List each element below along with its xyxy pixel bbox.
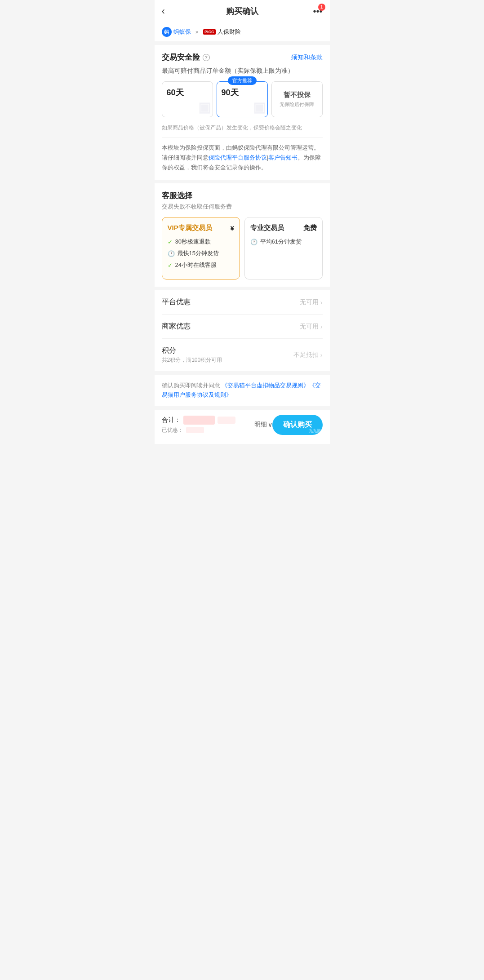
more-button[interactable]: ••• 1 bbox=[313, 6, 322, 17]
insurance-body: 本模块为保险投保页面，由蚂蚁保险代理有限公司管理运营。请仔细阅读并同意保险代理平… bbox=[162, 143, 323, 173]
points-row[interactable]: 积分 共2积分，满100积分可用 不足抵扣 › bbox=[162, 339, 323, 371]
watermark-60: ▣ bbox=[198, 99, 211, 115]
insurance-subtitle: 最高可赔付商品订单金额（实际保额上限为准） bbox=[162, 67, 323, 75]
detail-chevron-icon: ∨ bbox=[268, 421, 272, 428]
page-title: 购买确认 bbox=[226, 6, 258, 17]
platform-promo-row[interactable]: 平台优惠 无可用 › bbox=[162, 290, 323, 315]
discount-amount bbox=[186, 427, 204, 433]
service-section: 客服选择 交易失败不收取任何服务费 VIP专属交易员 ¥ ✓ 30秒极速退款 🕐… bbox=[155, 183, 330, 287]
terms-link[interactable]: 须知和条款 bbox=[291, 53, 323, 62]
vip-feature-text-1: 30秒极速退款 bbox=[175, 238, 211, 246]
total-amount bbox=[183, 416, 215, 425]
insurance-option-none[interactable]: 暂不投保 无保险赔付保障 bbox=[271, 81, 323, 117]
platform-promo-value: 无可用 bbox=[300, 298, 319, 306]
insurance-days-60: 60天 bbox=[167, 87, 208, 98]
ant-insurance-brand: 蚂 蚂蚁保 bbox=[162, 27, 191, 37]
divider-1 bbox=[162, 137, 323, 137]
terms-link-1[interactable]: 《交易猫平台虚拟物品交易规则》 bbox=[222, 382, 309, 389]
confirm-label: 确认购买 bbox=[283, 421, 312, 428]
watermark-90: ▣ bbox=[253, 99, 266, 115]
total-label: 合计： bbox=[162, 416, 181, 424]
vip-service-card[interactable]: VIP专属交易员 ¥ ✓ 30秒极速退款 🕐 最快15分钟发货 ✓ 24小时在线… bbox=[162, 217, 240, 279]
insurance-header: 交易安全险 ? 须知和条款 bbox=[162, 52, 323, 62]
normal-feature-1: 🕐 平均61分钟发货 bbox=[250, 238, 317, 246]
check-icon-2: ✓ bbox=[168, 262, 173, 269]
vip-feature-text-2: 最快15分钟发货 bbox=[178, 249, 219, 257]
recommended-badge: 官方推荐 bbox=[228, 76, 257, 85]
vip-card-header: VIP专属交易员 ¥ bbox=[168, 224, 234, 232]
discount-row: 已优惠： bbox=[162, 426, 254, 434]
normal-feature-text-1: 平均61分钟发货 bbox=[260, 238, 302, 246]
terms-section: 确认购买即阅读并同意 《交易猫平台虚拟物品交易规则》《交易猫用户服务协议及规则》 bbox=[155, 375, 330, 406]
merchant-promo-label: 商家优惠 bbox=[162, 322, 191, 331]
merchant-promo-value: 无可用 bbox=[300, 323, 319, 331]
promotions-section: 平台优惠 无可用 › 商家优惠 无可用 › 积分 共2积分，满100积分可用 不… bbox=[155, 290, 330, 371]
vip-title: VIP专属交易员 bbox=[168, 224, 212, 232]
insurance-section: 交易安全险 ? 须知和条款 最高可赔付商品订单金额（实际保额上限为准） 60天 … bbox=[155, 45, 330, 180]
normal-card-header: 专业交易员 免费 bbox=[250, 224, 317, 232]
vip-feature-3: ✓ 24小时在线客服 bbox=[168, 261, 234, 269]
back-button[interactable]: ‹ bbox=[162, 5, 176, 17]
notification-badge: 1 bbox=[318, 4, 325, 11]
points-chevron-icon: › bbox=[320, 351, 323, 359]
ant-icon: 蚂 bbox=[162, 27, 172, 37]
insurance-notice: 如果商品价格（被保产品）发生变化，保费价格会随之变化 bbox=[162, 124, 323, 132]
points-value: 不足抵扣 bbox=[293, 351, 319, 359]
insurance-days-90: 90天 bbox=[222, 87, 263, 98]
free-badge: 免费 bbox=[303, 224, 317, 232]
vip-feature-2: 🕐 最快15分钟发货 bbox=[168, 249, 234, 257]
discount-label: 已优惠： bbox=[162, 426, 183, 434]
watermark-text: 九九游 bbox=[309, 428, 321, 434]
vip-feature-1: ✓ 30秒极速退款 bbox=[168, 238, 234, 246]
bottom-price-info: 合计： 已优惠： bbox=[162, 416, 254, 434]
points-info: 积分 共2积分，满100积分可用 bbox=[162, 346, 222, 364]
policy-link-2[interactable]: 客户告知书 bbox=[268, 154, 298, 161]
detail-button[interactable]: 明细 ∨ bbox=[254, 421, 272, 429]
vip-price: ¥ bbox=[231, 225, 234, 232]
no-insurance-desc: 无保险赔付保障 bbox=[280, 101, 314, 108]
terms-text: 确认购买即阅读并同意 《交易猫平台虚拟物品交易规则》《交易猫用户服务协议及规则》 bbox=[162, 381, 323, 400]
normal-service-card[interactable]: 专业交易员 免费 🕐 平均61分钟发货 bbox=[244, 217, 323, 279]
header: ‹ 购买确认 ••• 1 bbox=[155, 0, 330, 22]
picc-suffix: 人保财险 bbox=[218, 28, 241, 36]
no-insurance-title: 暂不投保 bbox=[284, 91, 311, 99]
points-status: 不足抵扣 › bbox=[293, 351, 323, 359]
points-sublabel: 共2积分，满100积分可用 bbox=[162, 356, 222, 364]
merchant-promo-status: 无可用 › bbox=[300, 323, 323, 331]
service-cards: VIP专属交易员 ¥ ✓ 30秒极速退款 🕐 最快15分钟发货 ✓ 24小时在线… bbox=[162, 217, 323, 279]
terms-prefix: 确认购买即阅读并同意 bbox=[162, 382, 222, 389]
check-icon-1: ✓ bbox=[168, 239, 173, 245]
normal-title: 专业交易员 bbox=[250, 224, 284, 232]
vip-feature-text-3: 24小时在线客服 bbox=[175, 261, 217, 269]
policy-link-1[interactable]: 保险代理平台服务协议 bbox=[209, 154, 267, 161]
ant-label: 蚂蚁保 bbox=[173, 28, 191, 36]
brand-separator: × bbox=[195, 29, 199, 35]
clock-icon-2: 🕐 bbox=[250, 239, 258, 245]
total-amount-extra bbox=[218, 417, 235, 424]
help-icon[interactable]: ? bbox=[203, 54, 210, 61]
picc-brand: PICC 人保财险 bbox=[203, 28, 241, 36]
merchant-chevron-icon: › bbox=[320, 323, 323, 330]
points-label: 积分 bbox=[162, 346, 222, 355]
insurance-options: 60天 ▣ 官方推荐 90天 ▣ 暂不投保 无保险赔付保障 bbox=[162, 81, 323, 117]
bottom-bar: 合计： 已优惠： 明细 ∨ 确认购买 九九游 bbox=[155, 410, 330, 444]
insurance-title: 交易安全险 ? bbox=[162, 52, 210, 62]
picc-icon: PICC bbox=[203, 29, 216, 35]
service-subtitle: 交易失败不收取任何服务费 bbox=[162, 203, 323, 211]
merchant-promo-row[interactable]: 商家优惠 无可用 › bbox=[162, 315, 323, 339]
clock-icon-1: 🕐 bbox=[168, 250, 175, 257]
confirm-purchase-button[interactable]: 确认购买 九九游 bbox=[272, 415, 323, 435]
platform-chevron-icon: › bbox=[320, 299, 323, 306]
platform-promo-label: 平台优惠 bbox=[162, 297, 191, 307]
brand-bar: 蚂 蚂蚁保 × PICC 人保财险 bbox=[155, 22, 330, 41]
insurance-option-60[interactable]: 60天 ▣ bbox=[162, 81, 213, 117]
service-title: 客服选择 bbox=[162, 191, 323, 201]
insurance-option-90[interactable]: 官方推荐 90天 ▣ bbox=[217, 81, 268, 117]
total-price-row: 合计： bbox=[162, 416, 254, 425]
detail-label: 明细 bbox=[254, 421, 267, 429]
platform-promo-status: 无可用 › bbox=[300, 298, 323, 306]
